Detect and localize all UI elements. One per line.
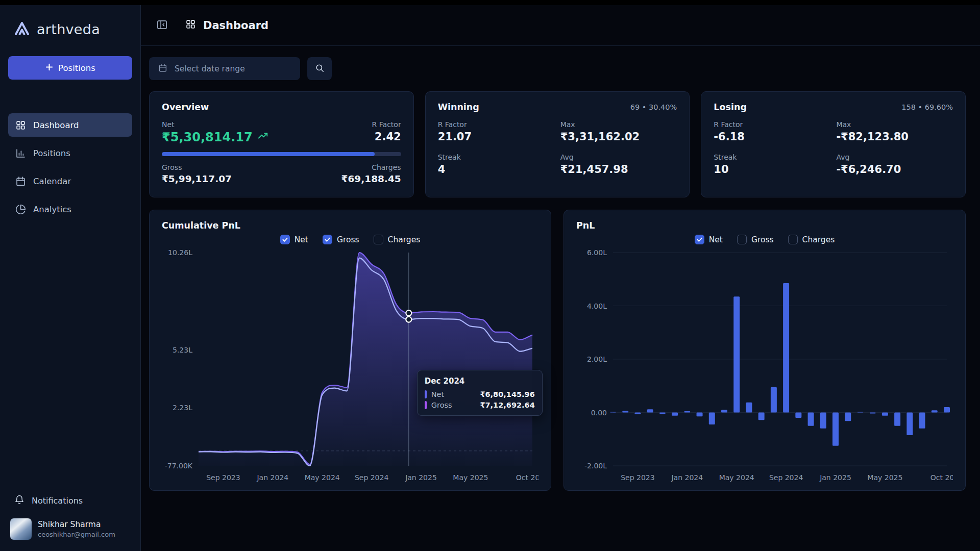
gross-swatch bbox=[425, 401, 427, 409]
search-button[interactable] bbox=[307, 57, 332, 80]
legend-item-net[interactable]: Net bbox=[280, 235, 308, 244]
losing-streak: 10 bbox=[714, 163, 836, 176]
user-profile[interactable]: Shikhar Sharma ceoshikhar@gmail.com bbox=[8, 518, 132, 540]
gross-checkbox[interactable] bbox=[737, 235, 747, 244]
svg-text:May 2024: May 2024 bbox=[305, 473, 340, 482]
sidebar-item-label: Dashboard bbox=[33, 120, 79, 130]
legend-item-gross[interactable]: Gross bbox=[323, 235, 359, 244]
stats-row: Overview Net ₹5,30,814.17 bbox=[149, 91, 966, 197]
net-checkbox[interactable] bbox=[280, 235, 290, 244]
losing-count-badge: 158 • 69.60% bbox=[901, 103, 953, 111]
net-swatch bbox=[425, 390, 427, 398]
search-icon bbox=[315, 63, 325, 74]
svg-text:Jan 2024: Jan 2024 bbox=[671, 473, 703, 482]
logo[interactable]: arthveda bbox=[0, 5, 140, 48]
content: Select date range Overview bbox=[141, 46, 980, 491]
sidebar-item-dashboard[interactable]: Dashboard bbox=[8, 113, 132, 137]
logo-icon bbox=[13, 19, 31, 39]
svg-text:May 2025: May 2025 bbox=[867, 473, 902, 482]
logo-text: arthveda bbox=[37, 21, 100, 37]
svg-text:10.26L: 10.26L bbox=[168, 248, 192, 257]
winning-card: Winning 69 • 30.40% R Factor21.07 Max₹3,… bbox=[425, 91, 690, 197]
calendar-icon bbox=[15, 176, 26, 187]
chart-tooltip: Dec 2024 Net ₹6,80,145.96 Gross ₹7,12,69… bbox=[417, 370, 543, 416]
sidebar-collapse-button[interactable] bbox=[154, 17, 170, 34]
dashboard-grid-icon bbox=[15, 120, 26, 131]
main-area: Dashboard Select date range bbox=[141, 5, 980, 551]
gross-label: Gross bbox=[162, 163, 232, 171]
add-positions-button[interactable]: Positions bbox=[8, 56, 132, 80]
svg-text:2.00L: 2.00L bbox=[587, 355, 607, 363]
sidebar-item-positions[interactable]: Positions bbox=[8, 141, 132, 165]
page-title: Dashboard bbox=[203, 19, 268, 32]
pnl-card: PnL Net Gross Charges bbox=[564, 210, 966, 491]
svg-text:Sep 2023: Sep 2023 bbox=[206, 473, 240, 482]
charges-checkbox[interactable] bbox=[374, 235, 383, 244]
charges-checkbox[interactable] bbox=[788, 235, 798, 244]
net-checkbox[interactable] bbox=[695, 235, 704, 244]
toolbar: Select date range bbox=[149, 57, 966, 80]
main-header: Dashboard bbox=[141, 5, 980, 46]
losing-r-factor: -6.18 bbox=[714, 131, 836, 143]
svg-text:Sep 2023: Sep 2023 bbox=[621, 473, 654, 482]
sidebar-nav: Dashboard Positions Calendar bbox=[0, 113, 140, 221]
svg-text:Sep 2024: Sep 2024 bbox=[769, 473, 803, 482]
losing-avg: -₹6,246.70 bbox=[836, 163, 953, 176]
sidebar-item-calendar[interactable]: Calendar bbox=[8, 169, 132, 193]
r-factor-label: R Factor bbox=[372, 120, 401, 129]
gross-checkbox[interactable] bbox=[323, 235, 332, 244]
app-root: arthveda Positions Dashboard bbox=[0, 5, 980, 551]
legend-item-charges[interactable]: Charges bbox=[788, 235, 835, 244]
charts-row: Cumulative PnL Net Gross Charges bbox=[149, 210, 966, 491]
bar-chart-icon bbox=[15, 148, 26, 159]
user-name: Shikhar Sharma bbox=[38, 520, 115, 529]
charges-label: Charges bbox=[341, 163, 401, 171]
cumulative-pnl-title: Cumulative PnL bbox=[162, 220, 538, 231]
panel-left-icon bbox=[156, 19, 168, 32]
pnl-legend: Net Gross Charges bbox=[576, 235, 953, 244]
svg-text:Sep 2024: Sep 2024 bbox=[355, 473, 389, 482]
winning-streak: 4 bbox=[438, 163, 560, 176]
winning-count-badge: 69 • 30.40% bbox=[630, 103, 677, 111]
svg-text:2.23L: 2.23L bbox=[173, 404, 192, 412]
legend-item-charges[interactable]: Charges bbox=[374, 235, 421, 244]
legend-item-net[interactable]: Net bbox=[695, 235, 723, 244]
plus-icon bbox=[45, 63, 54, 73]
losing-title: Losing bbox=[714, 102, 747, 112]
losing-max: -₹82,123.80 bbox=[836, 131, 953, 143]
sidebar-item-label: Calendar bbox=[33, 177, 71, 186]
calendar-icon bbox=[158, 63, 167, 74]
legend-item-gross[interactable]: Gross bbox=[737, 235, 774, 244]
trending-up-icon bbox=[257, 130, 268, 144]
sidebar-item-analytics[interactable]: Analytics bbox=[8, 197, 132, 221]
svg-text:May 2024: May 2024 bbox=[719, 473, 754, 482]
svg-text:May 2025: May 2025 bbox=[453, 473, 488, 482]
gross-value: ₹5,99,117.07 bbox=[162, 173, 232, 184]
charges-value: ₹69,188.45 bbox=[341, 173, 401, 184]
avatar bbox=[10, 518, 32, 540]
svg-text:5.23L: 5.23L bbox=[173, 346, 192, 354]
overview-card: Overview Net ₹5,30,814.17 bbox=[149, 91, 414, 197]
pnl-title: PnL bbox=[576, 220, 953, 231]
net-label: Net bbox=[162, 120, 268, 129]
winning-avg: ₹21,457.98 bbox=[560, 163, 677, 176]
overview-progress-fill bbox=[162, 152, 375, 156]
cumulative-pnl-plot[interactable]: 10.26L5.23L2.23L-77.00KSep 2023Jan 2024M… bbox=[162, 247, 538, 484]
notifications-button[interactable]: Notifications bbox=[8, 489, 132, 512]
dashboard-grid-icon bbox=[185, 19, 196, 32]
svg-text:4.00L: 4.00L bbox=[587, 302, 607, 310]
bell-icon bbox=[14, 494, 24, 507]
date-range-button[interactable]: Select date range bbox=[149, 57, 300, 80]
pnl-plot[interactable]: 6.00L4.00L2.00L0.00-2.00LSep 2023Jan 202… bbox=[576, 247, 953, 484]
cumulative-pnl-legend: Net Gross Charges bbox=[162, 235, 538, 244]
tooltip-title: Dec 2024 bbox=[425, 377, 535, 386]
pie-chart-icon bbox=[15, 204, 26, 215]
losing-card: Losing 158 • 69.60% R Factor-6.18 Max-₹8… bbox=[701, 91, 966, 197]
winning-max: ₹3,31,162.02 bbox=[560, 131, 677, 143]
svg-text:0.00: 0.00 bbox=[591, 409, 607, 417]
winning-title: Winning bbox=[438, 102, 479, 112]
svg-text:Jan 2025: Jan 2025 bbox=[405, 473, 437, 482]
svg-text:Oct 2025: Oct 2025 bbox=[930, 473, 953, 482]
winning-r-factor: 21.07 bbox=[438, 131, 560, 143]
cumulative-pnl-svg: 10.26L5.23L2.23L-77.00KSep 2023Jan 2024M… bbox=[162, 247, 538, 484]
